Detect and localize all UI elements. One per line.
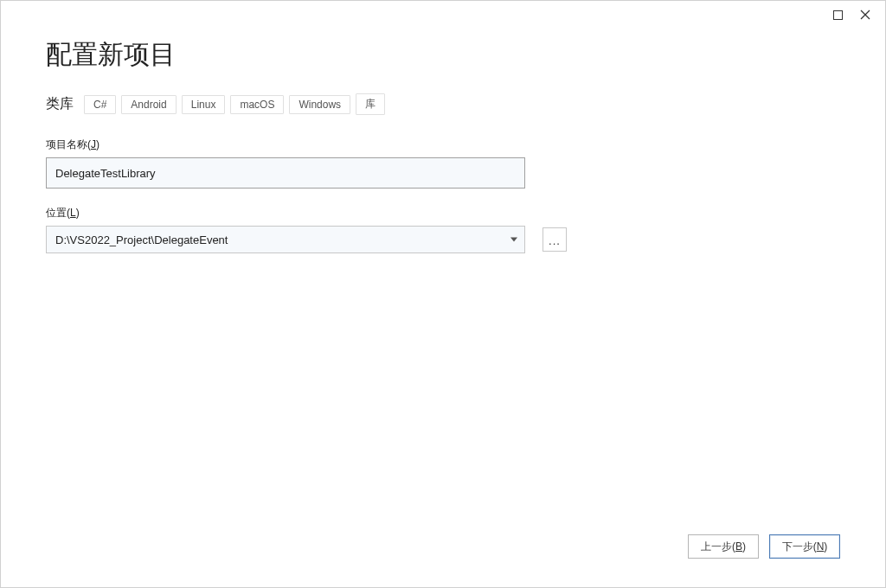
project-name-input[interactable] [46, 157, 525, 189]
tag-library: 库 [356, 93, 385, 115]
project-name-label: 项目名称(J) [46, 137, 840, 152]
tag-csharp: C# [84, 95, 116, 114]
location-row: D:\VS2022_Project\DelegateEvent ... [46, 226, 840, 253]
template-tags-row: 类库 C# Android Linux macOS Windows 库 [46, 93, 840, 115]
location-field: 位置(L) D:\VS2022_Project\DelegateEvent ..… [46, 206, 840, 253]
title-bar [831, 1, 885, 29]
dialog-window: 配置新项目 类库 C# Android Linux macOS Windows … [0, 0, 886, 588]
tag-android: Android [121, 95, 176, 114]
back-button[interactable]: 上一步(B) [688, 534, 759, 559]
project-name-field: 项目名称(J) [46, 137, 840, 189]
content-area: 配置新项目 类库 C# Android Linux macOS Windows … [46, 32, 840, 587]
tag-macos: macOS [230, 95, 284, 114]
maximize-button[interactable] [831, 9, 844, 21]
close-button[interactable] [859, 9, 871, 21]
tag-windows: Windows [289, 95, 350, 114]
svg-rect-0 [833, 10, 842, 19]
location-label: 位置(L) [46, 206, 840, 220]
template-type-label: 类库 [46, 95, 74, 113]
browse-button[interactable]: ... [543, 227, 567, 252]
next-button[interactable]: 下一步(N) [769, 534, 840, 559]
tag-linux: Linux [182, 95, 226, 114]
page-title: 配置新项目 [46, 37, 840, 73]
location-combo[interactable]: D:\VS2022_Project\DelegateEvent [46, 226, 525, 253]
location-value: D:\VS2022_Project\DelegateEvent [55, 233, 228, 246]
footer-buttons: 上一步(B) 下一步(N) [688, 534, 840, 559]
chevron-down-icon [510, 238, 517, 242]
